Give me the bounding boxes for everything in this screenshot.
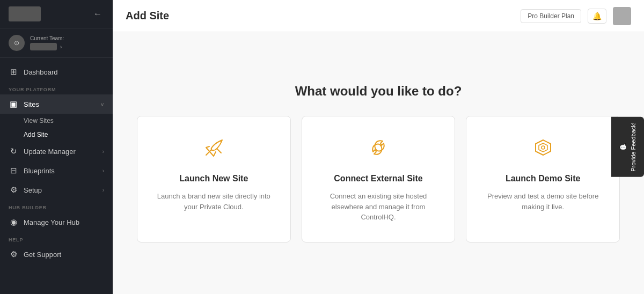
sidebar-item-label: Setup xyxy=(24,186,97,194)
sidebar-item-dashboard[interactable]: ⊞ Dashboard xyxy=(0,62,113,82)
sidebar-nav: ⊞ Dashboard YOUR PLATFORM ▣ Sites ∨ View… xyxy=(0,58,113,294)
page-title: Add Site xyxy=(126,10,169,22)
launch-new-site-icon xyxy=(202,136,225,164)
sidebar-item-label: Blueprints xyxy=(24,167,97,175)
launch-demo-site-title: Launch Demo Site xyxy=(506,174,581,183)
setup-chevron-icon: › xyxy=(103,187,104,193)
main-body: What would you like to do? Launch New Si… xyxy=(113,32,644,294)
svg-marker-1 xyxy=(539,143,547,152)
sites-icon: ▣ xyxy=(9,99,18,109)
feedback-chat-icon: 💬 xyxy=(619,144,626,151)
plan-badge-button[interactable]: Pro Builder Plan xyxy=(521,9,581,23)
team-info: Current Team: › xyxy=(30,35,64,50)
svg-point-2 xyxy=(541,146,545,149)
feedback-label: Provide Feedback! xyxy=(630,122,636,172)
user-avatar[interactable] xyxy=(613,7,631,25)
sidebar-item-label: Manage Your Hub xyxy=(24,218,104,226)
launch-new-site-card[interactable]: Launch New Site Launch a brand new site … xyxy=(137,116,291,242)
launch-demo-site-card[interactable]: Launch Demo Site Preview and test a demo… xyxy=(466,116,620,242)
feedback-widget[interactable]: 💬 Provide Feedback! xyxy=(611,117,644,177)
sidebar-subitem-add-site[interactable]: Add Site xyxy=(0,128,113,142)
launch-new-site-desc: Launch a brand new site directly into yo… xyxy=(150,191,277,212)
svg-marker-0 xyxy=(536,140,551,155)
hub-builder-section-label: HUB BUILDER xyxy=(0,200,113,212)
setup-icon: ⚙ xyxy=(9,185,18,195)
platform-section-label: YOUR PLATFORM xyxy=(0,82,113,94)
launch-new-site-title: Launch New Site xyxy=(179,174,248,183)
sidebar-item-label: Update Manager xyxy=(24,148,97,156)
prompt-title: What would you like to do? xyxy=(295,84,462,99)
sidebar-item-blueprints[interactable]: ⊟ Blueprints › xyxy=(0,161,113,180)
launch-demo-site-desc: Preview and test a demo site before maki… xyxy=(479,191,606,212)
dashboard-icon: ⊞ xyxy=(9,67,18,77)
sidebar-item-sites[interactable]: ▣ Sites ∨ xyxy=(0,94,113,114)
sidebar-item-label: Get Support xyxy=(24,251,104,259)
launch-demo-site-icon xyxy=(531,136,555,164)
sidebar-team-section[interactable]: ⊙ Current Team: › xyxy=(0,28,113,58)
sidebar-logo xyxy=(9,6,41,21)
team-chevron-icon: › xyxy=(60,44,62,50)
sidebar-header: ← xyxy=(0,0,113,28)
connect-external-site-card[interactable]: Connect External Site Connect an existin… xyxy=(302,116,456,242)
sites-chevron-icon: ∨ xyxy=(100,101,104,107)
feedback-button[interactable]: 💬 Provide Feedback! xyxy=(611,117,644,177)
sidebar-item-get-support[interactable]: ⚙ Get Support xyxy=(0,245,113,264)
main-content: Add Site Pro Builder Plan 🔔 What would y… xyxy=(113,0,644,294)
sidebar: ← ⊙ Current Team: › ⊞ Dashboard YOUR PLA… xyxy=(0,0,113,294)
sidebar-item-update-manager[interactable]: ↻ Update Manager › xyxy=(0,142,113,161)
team-label: Current Team: xyxy=(30,35,64,41)
sidebar-item-setup[interactable]: ⚙ Setup › xyxy=(0,180,113,200)
sidebar-item-label: Sites xyxy=(24,100,95,108)
cards-row: Launch New Site Launch a brand new site … xyxy=(137,116,620,242)
get-support-icon: ⚙ xyxy=(9,249,18,259)
blueprints-chevron-icon: › xyxy=(103,168,104,174)
header-right: Pro Builder Plan 🔔 xyxy=(521,7,631,25)
sidebar-subitem-view-sites[interactable]: View Sites xyxy=(0,114,113,128)
connect-external-site-desc: Connect an existing site hosted elsewher… xyxy=(315,191,442,223)
team-name-row: › xyxy=(30,43,64,50)
team-name-badge xyxy=(30,43,57,50)
sidebar-item-manage-hub[interactable]: ◉ Manage Your Hub xyxy=(0,212,113,232)
update-manager-chevron-icon: › xyxy=(103,149,104,155)
team-avatar: ⊙ xyxy=(9,35,25,51)
help-section-label: HELP xyxy=(0,232,113,245)
manage-hub-icon: ◉ xyxy=(9,217,18,227)
main-header: Add Site Pro Builder Plan 🔔 xyxy=(113,0,644,32)
connect-external-site-title: Connect External Site xyxy=(334,174,422,183)
update-manager-icon: ↻ xyxy=(9,146,18,156)
sidebar-back-button[interactable]: ← xyxy=(91,7,104,21)
blueprints-icon: ⊟ xyxy=(9,166,18,175)
notifications-button[interactable]: 🔔 xyxy=(588,9,606,24)
sidebar-item-label: Dashboard xyxy=(24,68,104,76)
connect-external-site-icon xyxy=(367,136,390,164)
